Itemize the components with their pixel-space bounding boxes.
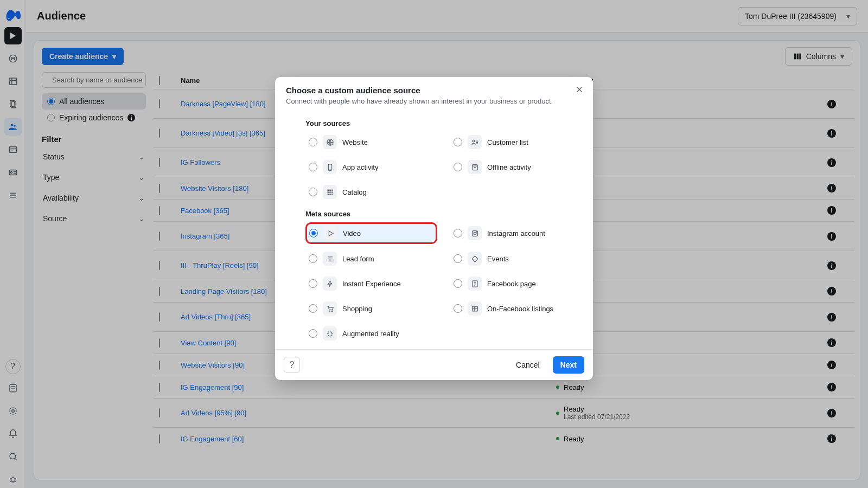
option-label: Instagram account [487, 229, 545, 237]
svg-rect-28 [331, 191, 333, 193]
option-label: Lead form [342, 255, 374, 263]
svg-rect-22 [472, 166, 477, 170]
globe-icon [323, 135, 337, 149]
bolt-icon [323, 277, 337, 291]
play-icon [323, 226, 337, 240]
listings-icon [468, 301, 482, 316]
svg-rect-25 [331, 189, 333, 191]
svg-point-36 [329, 310, 330, 311]
option-label: App activity [342, 163, 378, 171]
cart-icon [323, 301, 337, 316]
radio-icon [454, 163, 462, 171]
option-label: Offline activity [487, 163, 531, 171]
radio-icon [454, 138, 462, 146]
meta-source-option-shopping[interactable]: Shopping [305, 298, 437, 319]
svg-rect-31 [331, 194, 333, 195]
instagram-icon [468, 226, 482, 240]
diamond-icon [468, 252, 482, 266]
svg-rect-30 [329, 194, 331, 195]
svg-rect-24 [329, 189, 331, 191]
radio-icon [454, 254, 462, 263]
option-label: Augmented reality [342, 330, 399, 338]
svg-rect-38 [472, 306, 477, 311]
your-source-option-catalog[interactable]: Catalog [305, 182, 437, 202]
option-label: Catalog [342, 188, 367, 196]
option-label: On-Facebook listings [487, 305, 553, 313]
meta-source-option-instant-experience[interactable]: Instant Experience [305, 273, 437, 294]
next-button[interactable]: Next [553, 356, 584, 374]
close-button[interactable] [575, 85, 584, 94]
grid-icon [323, 185, 337, 199]
meta-source-option-facebook-page[interactable]: Facebook page [450, 273, 582, 294]
radio-icon [309, 229, 318, 237]
radio-icon [309, 254, 317, 263]
phone-icon [323, 160, 337, 174]
your-source-option-website[interactable]: Website [305, 132, 437, 152]
group-your-sources: Your sources [305, 119, 582, 127]
option-label: Facebook page [487, 280, 536, 288]
modal-title: Choose a custom audience source [286, 86, 582, 95]
meta-source-option-instagram-account[interactable]: Instagram account [450, 222, 582, 244]
svg-rect-23 [327, 189, 329, 191]
option-label: Website [342, 138, 368, 146]
svg-point-33 [474, 232, 476, 235]
sparkle-icon [323, 326, 337, 341]
radio-icon [309, 304, 317, 313]
radio-icon [454, 304, 462, 313]
radio-icon [309, 138, 317, 146]
option-label: Shopping [342, 305, 372, 313]
svg-point-37 [331, 310, 333, 311]
option-label: Video [343, 229, 361, 237]
svg-point-20 [473, 140, 475, 142]
your-source-option-customer-list[interactable]: Customer list [450, 132, 582, 152]
meta-source-option-video[interactable]: Video [305, 222, 437, 244]
cancel-button[interactable]: Cancel [508, 356, 547, 374]
option-label: Events [487, 255, 509, 263]
meta-source-option-on-facebook-listings[interactable]: On-Facebook listings [450, 298, 582, 319]
modal-subtitle: Connect with people who have already sho… [286, 97, 582, 105]
store-icon [468, 160, 482, 174]
meta-source-option-augmented-reality[interactable]: Augmented reality [305, 323, 437, 344]
close-icon [575, 85, 584, 94]
radio-icon [309, 279, 317, 288]
form-icon [323, 252, 337, 266]
radio-icon [309, 329, 317, 338]
option-label: Instant Experience [342, 280, 401, 288]
svg-point-34 [476, 231, 477, 232]
svg-rect-27 [329, 191, 331, 193]
person-list-icon [468, 135, 482, 149]
radio-icon [454, 279, 462, 288]
svg-rect-29 [327, 194, 329, 195]
your-source-option-offline-activity[interactable]: Offline activity [450, 157, 582, 177]
option-label: Customer list [487, 138, 528, 146]
svg-rect-26 [327, 191, 329, 193]
radio-icon [454, 229, 462, 237]
custom-audience-source-modal: Choose a custom audience source Connect … [275, 77, 593, 380]
help-button[interactable]: ? [284, 357, 300, 373]
meta-source-option-events[interactable]: Events [450, 248, 582, 269]
meta-source-option-lead-form[interactable]: Lead form [305, 248, 437, 269]
radio-icon [309, 163, 317, 171]
your-source-option-app-activity[interactable]: App activity [305, 157, 437, 177]
radio-icon [309, 188, 317, 196]
group-meta-sources: Meta sources [305, 210, 582, 218]
page-icon [468, 277, 482, 291]
